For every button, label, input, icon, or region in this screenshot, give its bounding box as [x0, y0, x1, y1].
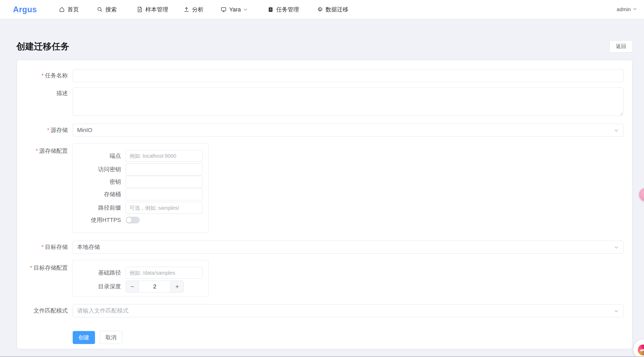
- nav-item-home[interactable]: 首页: [59, 0, 79, 19]
- field-label: 基础路径: [72, 267, 121, 279]
- page-title: 创建迁移任务: [16, 41, 69, 52]
- required-asterisk: *: [30, 265, 32, 271]
- field-label: 存储桶: [72, 188, 121, 200]
- decrease-button[interactable]: −: [126, 281, 139, 292]
- base-path-field: [126, 267, 203, 279]
- chevron-down-icon: [614, 309, 619, 314]
- nav-item-yara[interactable]: Yara: [221, 0, 248, 19]
- description-field: [73, 87, 623, 116]
- toggle-knob: [126, 217, 132, 223]
- prefix-field: [126, 202, 203, 214]
- field-label: 访问密钥: [72, 163, 121, 175]
- field-label: *目标存储: [17, 241, 68, 254]
- endpoint-field: [126, 150, 203, 162]
- nav-item-migration[interactable]: 数据迁移: [317, 0, 348, 19]
- field-label: *目标存储配置: [17, 260, 68, 276]
- top-navbar: Argus 首页 搜索 样本管理 分析 Yara: [0, 0, 644, 19]
- required-asterisk: *: [47, 127, 49, 133]
- nav-item-samples[interactable]: 样本管理: [137, 0, 168, 19]
- nav-item-label: 任务管理: [276, 6, 299, 14]
- required-asterisk: *: [41, 244, 44, 250]
- target-storage-select[interactable]: 本地存储: [73, 241, 623, 254]
- user-menu[interactable]: admin: [617, 0, 637, 19]
- select-value: 本地存储: [77, 243, 100, 251]
- back-button[interactable]: 返回: [609, 40, 633, 52]
- field-label: 目录深度: [72, 281, 121, 293]
- upload-icon: [184, 6, 189, 12]
- required-asterisk: *: [41, 72, 44, 79]
- dir-depth-value[interactable]: 2: [139, 281, 171, 292]
- field-label: 使用HTTPS: [72, 214, 121, 226]
- field-label: 密钥: [72, 176, 121, 188]
- nav-item-label: 首页: [67, 6, 79, 14]
- field-label: *源存储: [17, 124, 68, 137]
- description-textarea[interactable]: [73, 88, 623, 116]
- file-pattern-select[interactable]: 请输入文件匹配模式: [73, 304, 623, 317]
- chevron-down-icon: [614, 245, 619, 251]
- https-toggle[interactable]: [126, 217, 140, 223]
- field-label: 文件匹配模式: [17, 304, 68, 317]
- select-value: MinIO: [77, 127, 92, 134]
- chevron-down-icon: [243, 8, 248, 12]
- endpoint-input[interactable]: [126, 150, 202, 162]
- link-icon: [317, 6, 323, 12]
- clipboard-icon: [268, 6, 274, 12]
- task-name-input[interactable]: [73, 69, 623, 82]
- monitor-icon: [221, 6, 227, 12]
- nav-item-label: 样本管理: [145, 6, 168, 14]
- field-label: 路径前缀: [72, 202, 121, 214]
- access-key-field: [126, 163, 203, 175]
- gradient-globe-icon: [638, 345, 644, 355]
- base-path-input[interactable]: [126, 267, 202, 279]
- chevron-down-icon: [633, 6, 637, 12]
- secret-key-input[interactable]: [126, 176, 202, 188]
- bucket-field: [126, 188, 203, 200]
- access-key-input[interactable]: [126, 164, 202, 175]
- search-icon: [97, 6, 103, 12]
- source-config-box: 端点 访问密钥 密钥 存储桶: [72, 143, 209, 233]
- home-icon: [59, 6, 65, 12]
- nav-item-analysis[interactable]: 分析: [184, 0, 204, 19]
- nav-item-tasks[interactable]: 任务管理: [268, 0, 299, 19]
- username: admin: [617, 6, 631, 12]
- source-storage-select[interactable]: MinIO: [73, 124, 623, 137]
- bucket-input[interactable]: [126, 189, 202, 200]
- target-config-box: 基础路径 目录深度 − 2 +: [72, 260, 209, 296]
- required-asterisk: *: [36, 148, 38, 154]
- increase-button[interactable]: +: [171, 281, 184, 292]
- prefix-input[interactable]: [126, 202, 202, 214]
- secret-key-field: [126, 176, 203, 188]
- cancel-button[interactable]: 取消: [100, 331, 122, 344]
- field-label: 描述: [17, 87, 68, 99]
- field-label: *任务名称: [17, 69, 68, 82]
- nav-item-label: 数据迁移: [326, 6, 348, 14]
- nav-item-label: Yara: [229, 6, 241, 13]
- floating-pink-button[interactable]: [639, 188, 644, 201]
- floating-extension-button[interactable]: [633, 339, 644, 357]
- create-migration-form-card: *任务名称 描述 *源存储 MinIO *源存储配置 端点: [17, 60, 632, 349]
- nav-item-search[interactable]: 搜索: [97, 0, 117, 19]
- document-icon: [137, 6, 143, 12]
- task-name-field: [73, 69, 623, 82]
- app-logo[interactable]: Argus: [13, 0, 37, 19]
- dir-depth-stepper: − 2 +: [126, 281, 184, 293]
- select-placeholder: 请输入文件匹配模式: [77, 307, 128, 315]
- field-label: *源存储配置: [17, 143, 68, 159]
- nav-item-label: 搜索: [105, 6, 117, 14]
- field-label: 端点: [72, 150, 121, 162]
- chevron-down-icon: [614, 128, 619, 134]
- create-button[interactable]: 创建: [73, 331, 95, 344]
- nav-item-label: 分析: [192, 6, 204, 14]
